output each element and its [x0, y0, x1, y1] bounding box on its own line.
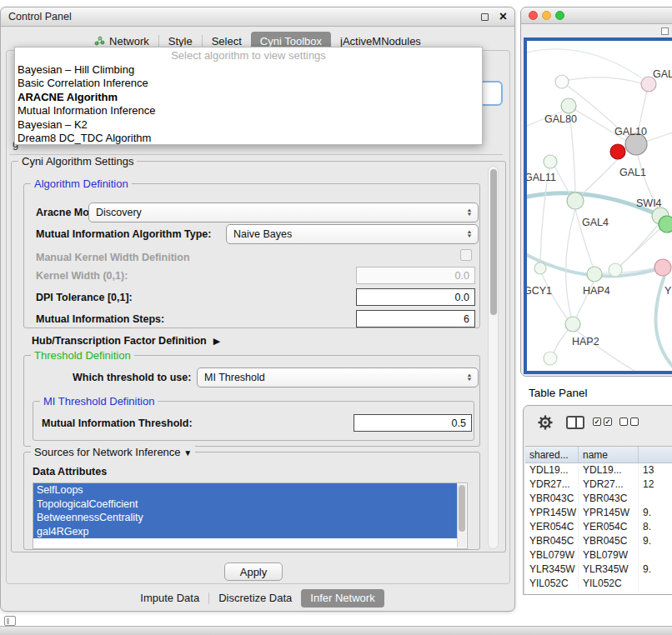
deselect-all-icon[interactable] [619, 418, 639, 426]
network-window-titlebar[interactable] [521, 8, 672, 24]
network-node[interactable] [610, 144, 625, 159]
aracne-mode-select[interactable]: Discovery ▲ ▼ [88, 202, 479, 222]
table-row[interactable]: YPR145WYPR145W9. [525, 506, 672, 520]
tab-impute-data[interactable]: Impute Data [131, 589, 208, 608]
network-node[interactable] [567, 192, 584, 209]
mi-threshold-label: Mutual Information Threshold: [42, 418, 193, 429]
close-traffic-light[interactable] [529, 11, 538, 20]
table-row[interactable]: YBR043CYBR043C [525, 492, 672, 506]
small-checkbox-fragment[interactable] [661, 28, 669, 35]
table-cell: YBR045C [579, 534, 639, 548]
table-cell [639, 548, 672, 562]
kernel-width-field[interactable]: 0.0 [356, 267, 475, 284]
node-table: shared...name YDL19...YDL19...13YDR27...… [525, 446, 672, 594]
apply-button[interactable]: Apply [224, 562, 283, 581]
combo-arrows-icon: ▲ ▼ [467, 230, 472, 238]
sources-group-title[interactable]: Sources for Network Inference ▼ [31, 446, 195, 458]
list-scrollbar[interactable] [457, 484, 466, 548]
network-node[interactable] [544, 155, 557, 168]
checked-box-glyph: ✓ [593, 418, 601, 426]
mi-threshold-field[interactable]: 0.5 [354, 414, 472, 432]
threshold-definition-title: Threshold Definition [31, 349, 134, 362]
data-attributes-label: Data Attributes [33, 466, 107, 478]
which-threshold-select[interactable]: MI Threshold ▲ ▼ [197, 368, 479, 388]
data-attributes-list[interactable]: SelfLoopsTopologicalCoefficientBetweenne… [33, 482, 468, 549]
network-edge [582, 159, 618, 194]
network-node[interactable] [534, 262, 546, 274]
collapsed-triangle-icon[interactable]: ▶ [213, 336, 220, 347]
selected-value: Discovery [96, 207, 142, 218]
mi-steps-field[interactable]: 6 [356, 310, 475, 328]
algorithm-dropdown: Select algorithm to view settings Bayesi… [14, 47, 483, 145]
algorithm-option[interactable]: Bayesian – K2 [15, 118, 482, 132]
network-node[interactable] [565, 317, 580, 332]
table-row[interactable]: YDR27...YDR27...12 [525, 478, 672, 492]
table-row[interactable]: YDL19...YDL19...13 [525, 463, 672, 478]
network-svg[interactable]: GAL8GAL80GAL10GAL11GAL1SWI4GAL4GCY1HAP4Y… [527, 41, 672, 371]
dpi-tolerance-field[interactable]: 0.0 [356, 288, 475, 306]
minimize-traffic-light[interactable] [542, 11, 551, 20]
attribute-item[interactable]: SelfLoops [33, 483, 457, 498]
table-cell: YER054C [579, 520, 639, 534]
table-cell: YER054C [525, 520, 579, 534]
algorithm-option[interactable]: Basic Correlation Inference [15, 77, 482, 90]
control-panel-titlebar[interactable]: Control Panel × [1, 8, 514, 27]
table-cell: 12 [639, 478, 672, 492]
table-row[interactable]: YBR045CYBR045C9. [525, 534, 672, 548]
network-node[interactable] [555, 75, 569, 88]
select-all-icon[interactable]: ✓ ✓ [593, 418, 612, 426]
tab-label: Impute Data [140, 592, 199, 604]
column-header[interactable]: shared... [525, 447, 579, 462]
column-header[interactable]: name [579, 447, 639, 462]
tab-label: Network [109, 35, 149, 48]
network-node-label: HAP4 [583, 285, 610, 297]
columns-icon[interactable] [566, 416, 584, 429]
settings-scrollbar[interactable] [488, 166, 499, 549]
table-row[interactable]: YIL052CYIL052C [525, 577, 672, 591]
network-node-label: GAL10 [614, 126, 647, 138]
table-cell [639, 577, 672, 591]
expanded-triangle-icon[interactable]: ▼ [183, 448, 192, 458]
network-node[interactable] [544, 352, 557, 365]
manual-kernel-label: Manual Kernel Width Definition [36, 252, 190, 263]
table-cell: YIL052C [579, 577, 639, 591]
tab-infer-network[interactable]: Infer Network [301, 589, 384, 608]
algorithm-option[interactable]: Mutual Information Inference [15, 104, 482, 118]
table-row[interactable]: YER054CYER054C8. [525, 520, 672, 534]
attribute-item[interactable]: gal4RGexp [33, 525, 457, 539]
network-node[interactable] [654, 259, 671, 276]
tab-discretize-data[interactable]: Discretize Data [209, 589, 301, 608]
table-cell: YDL19... [579, 463, 639, 478]
combo-arrows-icon: ▲ ▼ [467, 208, 472, 217]
network-canvas[interactable]: GAL8GAL80GAL10GAL11GAL1SWI4GAL4GCY1HAP4Y… [524, 38, 672, 374]
network-edge [566, 209, 575, 317]
manual-kernel-checkbox[interactable] [460, 249, 472, 261]
column-header[interactable] [639, 447, 672, 462]
scrollbar-thumb[interactable] [490, 169, 497, 315]
network-node[interactable] [561, 98, 576, 113]
attribute-item[interactable]: BetweennessCentrality [33, 511, 457, 525]
bottom-tab-bar: Impute Data Discretize Data Infer Networ… [1, 588, 514, 608]
zoom-traffic-light[interactable] [555, 11, 564, 20]
field-value: 0.0 [455, 292, 469, 303]
hub-factor-label: Hub/Transcription Factor Definition [32, 335, 207, 347]
algorithm-option[interactable]: ARACNE Algorithm [15, 91, 482, 104]
algorithm-option[interactable]: Dream8 DC_TDC Algorithm [15, 132, 482, 145]
list-scrollbar-thumb[interactable] [459, 485, 465, 532]
network-node[interactable] [587, 267, 602, 282]
table-row[interactable]: YLR345WYLR345W9. [525, 562, 672, 577]
table-cell: YLR345W [525, 562, 579, 577]
hub-factor-expander[interactable]: Hub/Transcription Factor Definition ▶ [32, 333, 220, 348]
close-icon[interactable]: × [499, 11, 507, 22]
panel-toggle-icon[interactable] [4, 616, 16, 626]
network-node[interactable] [659, 216, 672, 232]
table-panel-window: ✓ ✓ shared...name YDL19...YDL19...13YDR2… [523, 405, 672, 595]
float-window-icon[interactable] [481, 13, 489, 21]
network-node[interactable] [609, 263, 622, 277]
attribute-item[interactable]: TopologicalCoefficient [33, 498, 457, 512]
table-row[interactable]: YBL079WYBL079W [525, 548, 672, 562]
gear-icon[interactable] [537, 414, 554, 431]
field-value: 0.0 [455, 270, 469, 282]
mi-algorithm-type-select[interactable]: Naive Bayes ▲ ▼ [226, 224, 479, 244]
algorithm-option[interactable]: Bayesian – Hill Climbing [15, 63, 482, 77]
